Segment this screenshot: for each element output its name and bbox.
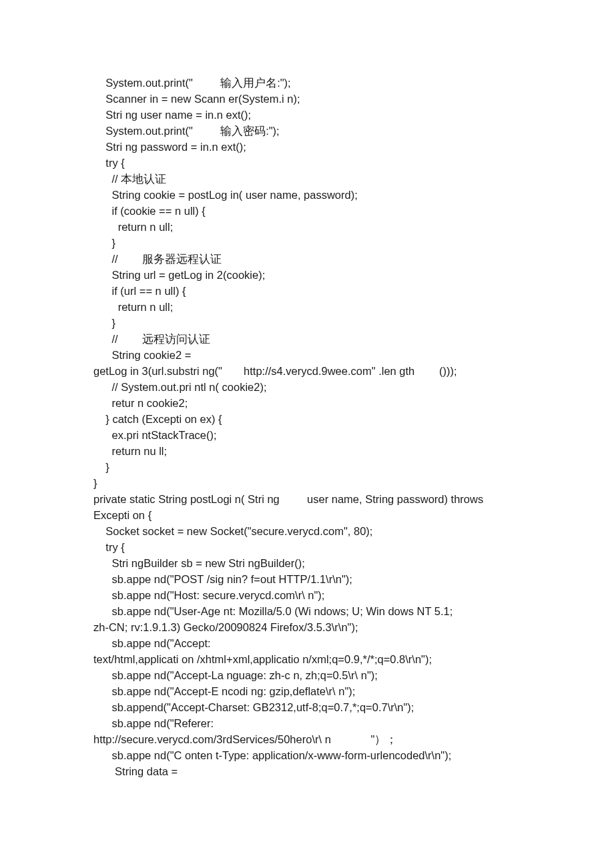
code-block: System.out.print(" 输入用户名:"); Scanner in … [0, 0, 614, 819]
